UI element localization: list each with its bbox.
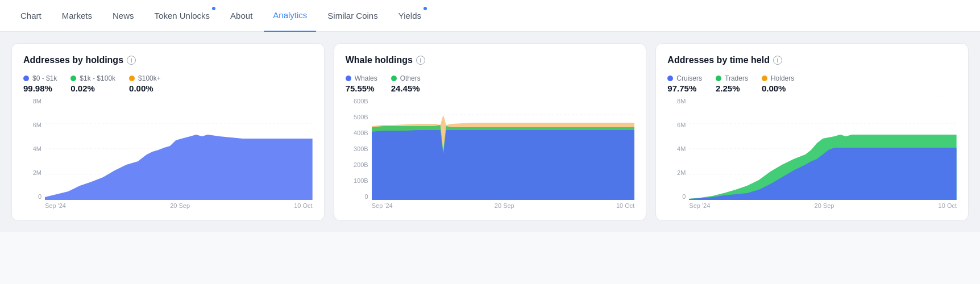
timeheld-legend-item-0: Cruisers 97.75% [667, 74, 702, 93]
timeheld-x-axis: Sep '24 20 Sep 10 Oct [667, 202, 957, 209]
card-title-holdings: Addresses by holdings i [23, 55, 313, 65]
timeheld-dot-green [716, 76, 721, 81]
timeheld-info-icon[interactable]: i [773, 56, 782, 65]
timeheld-legend-item-1: Traders 2.25% [716, 74, 748, 93]
whale-chart-wrapper: 600B 500B 400B 300B 200B 100B 0 [346, 98, 635, 200]
whale-info-icon[interactable]: i [416, 56, 425, 65]
timeheld-dot-blue [667, 76, 673, 81]
card-addresses-by-holdings: Addresses by holdings i $0 - $1k 99.98% … [11, 43, 325, 221]
whale-y-axis: 600B 500B 400B 300B 200B 100B 0 [346, 98, 368, 200]
timeheld-chart-wrapper: 8M 6M 4M 2M 0 [667, 98, 957, 200]
whale-legend-item-1: Others 24.45% [391, 74, 421, 93]
nav-item-token-unlocks[interactable]: Token Unlocks [146, 0, 219, 32]
nav-item-news[interactable]: News [103, 0, 143, 32]
holdings-legend-item-0: $0 - $1k 99.98% [23, 74, 57, 93]
holdings-info-icon[interactable]: i [127, 56, 136, 65]
holdings-dot-orange [129, 76, 135, 81]
navigation-bar: Chart Markets News Token Unlocks About A… [0, 0, 980, 32]
holdings-chart [45, 98, 313, 200]
nav-item-about[interactable]: About [221, 0, 261, 32]
holdings-dot-green [70, 76, 76, 81]
holdings-chart-wrapper: 8M 6M 4M 2M 0 [23, 98, 313, 200]
whale-legend: Whales 75.55% Others 24.45% [346, 74, 635, 93]
card-whale-holdings: Whale holdings i Whales 75.55% Others 24… [334, 43, 647, 221]
whale-chart [372, 98, 635, 200]
timeheld-legend: Cruisers 97.75% Traders 2.25% Holders 0.… [667, 74, 957, 93]
timeheld-y-axis: 8M 6M 4M 2M 0 [667, 98, 686, 200]
holdings-x-axis: Sep '24 20 Sep 10 Oct [23, 202, 313, 209]
nav-item-yields[interactable]: Yields [389, 0, 430, 32]
whale-dot-green [391, 76, 397, 81]
timeheld-chart [689, 98, 957, 200]
whale-dot-blue [346, 76, 351, 81]
nav-item-analytics[interactable]: Analytics [264, 0, 316, 32]
nav-item-markets[interactable]: Markets [53, 0, 101, 32]
timeheld-dot-orange [762, 76, 767, 81]
nav-item-similar-coins[interactable]: Similar Coins [318, 0, 387, 32]
holdings-legend-item-2: $100k+ 0.00% [129, 74, 161, 93]
main-content: Addresses by holdings i $0 - $1k 99.98% … [0, 32, 980, 232]
whale-legend-item-0: Whales 75.55% [346, 74, 377, 93]
holdings-dot-blue [23, 76, 29, 81]
nav-item-chart[interactable]: Chart [11, 0, 51, 32]
card-addresses-by-time-held: Addresses by time held i Cruisers 97.75%… [655, 43, 969, 221]
holdings-legend-item-1: $1k - $100k 0.02% [70, 74, 115, 93]
holdings-y-axis: 8M 6M 4M 2M 0 [23, 98, 41, 200]
timeheld-legend-item-2: Holders 0.00% [762, 74, 794, 93]
yields-dot [423, 7, 427, 10]
card-title-whale: Whale holdings i [346, 55, 635, 65]
whale-x-axis: Sep '24 20 Sep 10 Oct [346, 202, 635, 209]
token-unlocks-dot [212, 7, 215, 10]
card-title-timeheld: Addresses by time held i [667, 55, 957, 65]
holdings-legend: $0 - $1k 99.98% $1k - $100k 0.02% $100k+… [23, 74, 313, 93]
